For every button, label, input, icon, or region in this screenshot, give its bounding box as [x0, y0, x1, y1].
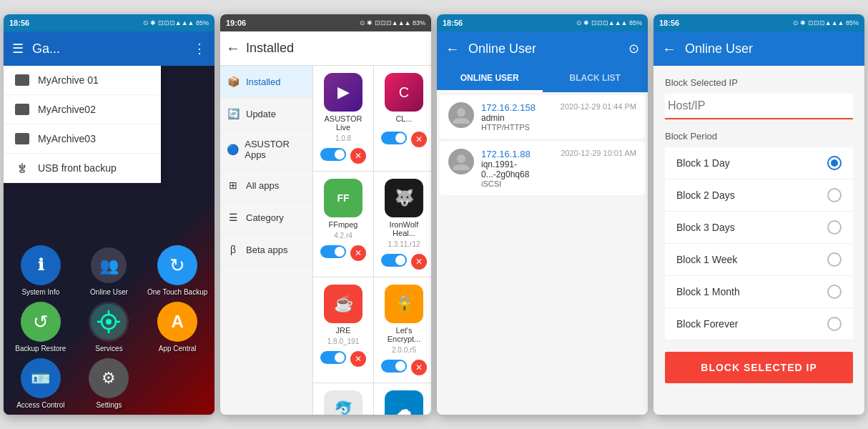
radio-2-days[interactable]: [827, 188, 842, 202]
screen1-title: Ga...: [32, 41, 184, 56]
cl-app-name: CL...: [395, 114, 412, 123]
home-icon-settings[interactable]: ⚙ Settings: [78, 358, 141, 409]
asustor-live-name: ASUSTOR Live: [320, 114, 366, 132]
more-icon[interactable]: ⋮: [193, 41, 206, 56]
radio-1-week[interactable]: [827, 252, 842, 267]
apps-sidebar: 📦 Installed 🔄 Update 🔵 ASUSTOR Apps ⊞ Al…: [220, 66, 313, 415]
lets-encrypt-icon: 🔒: [385, 285, 423, 323]
block-ip-input[interactable]: [665, 94, 853, 119]
all-apps-label: All apps: [246, 180, 279, 191]
asustor-live-icon: ▶: [324, 73, 363, 112]
hdd-icon-2: [15, 104, 29, 115]
ffmpeg-version: 4.2.r4: [334, 232, 352, 240]
asustor-live-delete[interactable]: ✕: [350, 148, 366, 164]
app-cell-ffmpeg: FF FFmpeg 4.2.r4 ✕: [313, 172, 373, 277]
tab-black-list[interactable]: BLACK LIST: [543, 66, 648, 92]
sidebar-item-all-apps[interactable]: ⊞ All apps: [220, 169, 312, 202]
block-option-forever[interactable]: Block Forever: [665, 308, 853, 340]
app-cell-cl: C CL... ✕: [374, 66, 431, 171]
ffmpeg-delete[interactable]: ✕: [350, 245, 366, 261]
home-icon-system-info[interactable]: ℹ System Info: [9, 245, 72, 296]
radio-forever[interactable]: [827, 317, 842, 331]
user-name-2: iqn.1991-0...-2g0hq68: [481, 159, 553, 179]
home-icon-access-control[interactable]: 🪪 Access Control: [9, 358, 72, 409]
jre-delete[interactable]: ✕: [350, 351, 366, 367]
installed-label: Installed: [246, 77, 280, 87]
app-central-label: App Central: [159, 345, 197, 352]
dropdown-item-usb[interactable]: USB front backup: [4, 154, 161, 183]
screen3-refresh-icon[interactable]: ⊙: [628, 41, 639, 56]
user-info-2: 172.16.1.88 iqn.1991-0...-2g0hq68 iSCSI: [481, 149, 553, 188]
screen4-back-icon[interactable]: ←: [662, 41, 676, 57]
system-info-label: System Info: [21, 288, 59, 296]
backup-restore-icon: ↺: [21, 302, 61, 342]
screen3-back-icon[interactable]: ←: [445, 41, 460, 57]
services-icon: [89, 302, 129, 342]
block-option-3-days[interactable]: Block 3 Days: [665, 212, 853, 244]
block-1-week-label: Block 1 Week: [676, 254, 737, 265]
screen4-body: Block Selected IP Block Period Block 1 D…: [654, 66, 864, 415]
screen2-back-icon[interactable]: ←: [226, 40, 240, 56]
user-ip-1: 172.16.2.158: [481, 102, 553, 113]
beta-apps-label: Beta apps: [246, 245, 288, 255]
home-icon-one-touch[interactable]: ↻ One Touch Backup: [146, 245, 209, 296]
one-touch-backup-label: One Touch Backup: [147, 288, 207, 296]
home-icon-backup-restore[interactable]: ↺ Backup Restore: [9, 302, 72, 352]
user-avatar-1: [448, 102, 474, 128]
screen3-tabs: ONLINE USER BLACK LIST: [437, 66, 648, 92]
hamburger-icon[interactable]: ☰: [12, 41, 24, 56]
home-icon-app-central[interactable]: A App Central: [146, 302, 209, 352]
block-option-1-month[interactable]: Block 1 Month: [665, 276, 853, 308]
asustor-live-toggle[interactable]: [320, 148, 346, 161]
block-option-2-days[interactable]: Block 2 Days: [665, 179, 853, 212]
asustor-live-version: 1.0.8: [335, 134, 351, 142]
hdd-icon-1: [15, 74, 29, 86]
cl-app-delete[interactable]: ✕: [411, 132, 427, 147]
backup-restore-label: Backup Restore: [15, 345, 66, 352]
dropdown-label-myarchive03: MyArchive03: [38, 133, 96, 144]
block-selected-ip-button[interactable]: BLOCK SELECTED IP: [665, 352, 853, 383]
asustor-apps-label: ASUSTOR Apps: [245, 139, 307, 160]
radio-1-day[interactable]: [827, 156, 842, 170]
sidebar-item-installed[interactable]: 📦 Installed: [220, 66, 312, 98]
sidebar-item-update[interactable]: 🔄 Update: [220, 98, 312, 130]
hdd-icon-3: [15, 133, 29, 144]
cl-app-controls: ✕: [381, 132, 427, 147]
tab-online-user[interactable]: ONLINE USER: [437, 66, 543, 92]
radio-1-month[interactable]: [827, 285, 842, 299]
home-icon-services[interactable]: Services: [78, 302, 141, 352]
sidebar-item-category[interactable]: ☰ Category: [220, 202, 312, 234]
settings-label: Settings: [96, 401, 122, 409]
svg-text:👥: 👥: [99, 256, 119, 275]
svg-point-4: [24, 108, 26, 111]
ironwolf-toggle[interactable]: [381, 254, 407, 267]
user-ip-2: 172.16.1.88: [481, 149, 553, 159]
dropdown-item-myarchive03[interactable]: MyArchive03: [4, 124, 161, 154]
sidebar-item-beta-apps[interactable]: β Beta apps: [220, 234, 312, 266]
svg-point-21: [106, 319, 112, 325]
dropdown-item-myarchive01[interactable]: MyArchive 01: [4, 66, 161, 95]
ironwolf-icon: 🐺: [385, 179, 423, 217]
app-cell-lets-encrypt: 🔒 Let's Encrypt... 2.0.0.r5 ✕: [374, 277, 431, 383]
dropdown-label-myarchive02: MyArchive02: [38, 104, 96, 115]
ffmpeg-toggle[interactable]: [320, 245, 346, 258]
screen3-body: 172.16.2.158 admin HTTP/HTTPS 2020-12-29…: [437, 92, 648, 415]
home-icon-online-user[interactable]: 👥 Online User: [78, 245, 141, 296]
ffmpeg-name: FFmpeg: [329, 220, 358, 229]
sidebar-item-asustor-apps[interactable]: 🔵 ASUSTOR Apps: [220, 130, 312, 169]
block-option-1-week[interactable]: Block 1 Week: [665, 244, 853, 276]
block-option-1-day[interactable]: Block 1 Day: [665, 147, 853, 179]
ironwolf-delete[interactable]: ✕: [411, 254, 427, 270]
screen1-status-icons: ⊙ ✱ ⊡⊡⊡▲▲▲ 85%: [143, 19, 209, 26]
radio-3-days[interactable]: [827, 220, 842, 235]
ffmpeg-icon: FF: [324, 179, 363, 217]
beta-apps-icon: β: [226, 242, 240, 257]
cl-app-icon: C: [385, 73, 423, 112]
jre-toggle[interactable]: [320, 351, 346, 364]
cl-app-toggle[interactable]: [381, 132, 407, 144]
dropdown-item-myarchive02[interactable]: MyArchive02: [4, 95, 161, 124]
lets-encrypt-toggle[interactable]: [381, 360, 407, 373]
screen1-status-bar: 18:56 ⊙ ✱ ⊡⊡⊡▲▲▲ 85%: [4, 14, 214, 31]
screen4-status-bar: 18:56 ⊙ ✱ ⊡⊡⊡▲▲▲ 85%: [654, 14, 864, 31]
lets-encrypt-delete[interactable]: ✕: [411, 360, 427, 375]
